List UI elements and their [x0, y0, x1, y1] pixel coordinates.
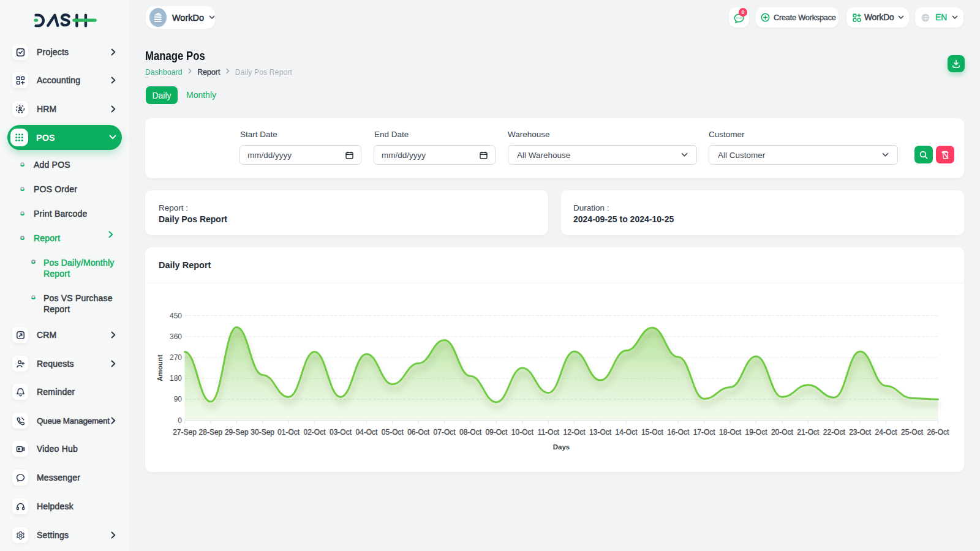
svg-text:270: 270 [170, 353, 182, 362]
svg-text:20-Oct: 20-Oct [771, 428, 794, 437]
svg-text:21-Oct: 21-Oct [797, 428, 820, 437]
svg-text:17-Oct: 17-Oct [693, 428, 716, 437]
svg-text:25-Oct: 25-Oct [901, 428, 924, 437]
svg-text:18-Oct: 18-Oct [719, 428, 742, 437]
svg-text:28-Sep: 28-Sep [199, 428, 223, 437]
svg-text:06-Oct: 06-Oct [407, 428, 430, 437]
svg-text:22-Oct: 22-Oct [823, 428, 846, 437]
svg-text:19-Oct: 19-Oct [745, 428, 767, 437]
svg-text:11-Oct: 11-Oct [538, 428, 560, 437]
svg-text:09-Oct: 09-Oct [485, 428, 508, 437]
svg-text:23-Oct: 23-Oct [849, 428, 872, 437]
svg-text:08-Oct: 08-Oct [459, 428, 482, 437]
svg-text:15-Oct: 15-Oct [641, 428, 664, 437]
svg-text:Days: Days [553, 443, 570, 451]
svg-text:12-Oct: 12-Oct [564, 428, 586, 437]
svg-text:10-Oct: 10-Oct [511, 428, 534, 437]
svg-text:0: 0 [178, 416, 182, 425]
svg-text:360: 360 [170, 332, 182, 341]
svg-text:29-Sep: 29-Sep [225, 428, 249, 437]
svg-text:04-Oct: 04-Oct [355, 428, 378, 437]
svg-text:05-Oct: 05-Oct [382, 428, 404, 437]
svg-text:24-Oct: 24-Oct [875, 428, 898, 437]
svg-text:Amount: Amount [156, 354, 164, 381]
svg-text:02-Oct: 02-Oct [303, 428, 326, 437]
svg-text:27-Sep: 27-Sep [173, 428, 197, 437]
svg-text:16-Oct: 16-Oct [667, 428, 690, 437]
svg-text:14-Oct: 14-Oct [615, 428, 638, 437]
svg-text:03-Oct: 03-Oct [330, 428, 352, 437]
svg-text:13-Oct: 13-Oct [589, 428, 612, 437]
svg-text:01-Oct: 01-Oct [277, 428, 300, 437]
svg-text:07-Oct: 07-Oct [434, 428, 456, 437]
svg-text:450: 450 [170, 312, 182, 320]
svg-text:30-Sep: 30-Sep [251, 428, 274, 437]
svg-text:180: 180 [170, 374, 182, 383]
svg-text:26-Oct: 26-Oct [927, 428, 949, 437]
svg-text:90: 90 [174, 395, 183, 403]
